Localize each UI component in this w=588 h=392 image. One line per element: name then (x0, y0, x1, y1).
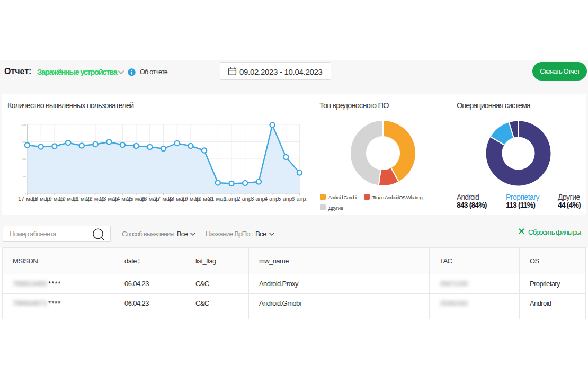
svg-text:0: 0 (25, 192, 26, 195)
svg-text:600: 600 (22, 158, 26, 161)
svg-text:1200: 1200 (21, 123, 26, 126)
svg-text:6 апр.: 6 апр. (291, 195, 307, 202)
svg-text:300: 300 (22, 175, 26, 178)
